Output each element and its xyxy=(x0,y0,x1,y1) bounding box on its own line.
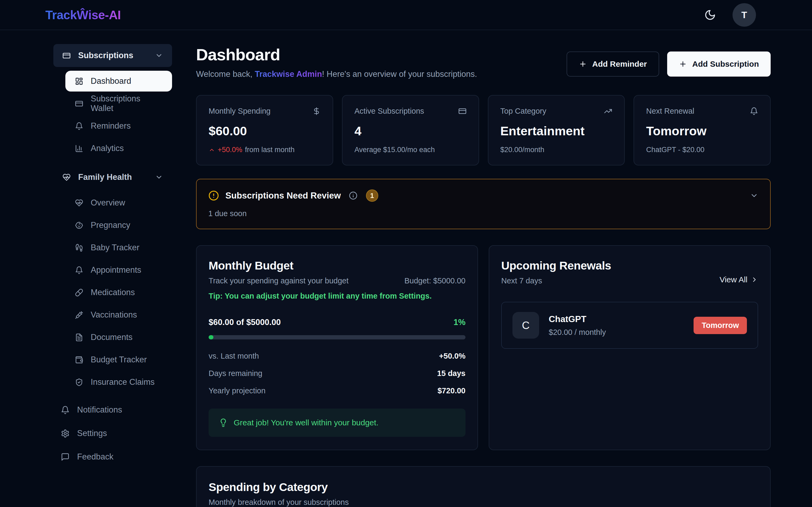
renewals-subtitle: Next 7 days xyxy=(501,276,611,285)
theme-toggle-button[interactable] xyxy=(703,9,717,21)
sidebar-item-appointments[interactable]: Appointments xyxy=(65,260,172,280)
layout-dashboard-icon xyxy=(75,77,83,86)
sidebar-item-label: Reminders xyxy=(91,121,131,131)
sidebar-group-subscriptions[interactable]: Subscriptions xyxy=(53,44,172,67)
add-subscription-label: Add Subscription xyxy=(692,59,759,69)
sidebar-item-label: Budget Tracker xyxy=(91,355,147,364)
stat-cards: Monthly Spending $60.00 +50.0% from last… xyxy=(196,95,771,165)
gear-icon xyxy=(61,429,70,438)
stat-card-active-subscriptions: Active Subscriptions 4 Average $15.00/mo… xyxy=(342,95,479,165)
pill-icon xyxy=(75,288,83,297)
budget-title: Monthly Budget xyxy=(208,259,349,272)
sidebar-item-subscriptions-wallet[interactable]: Subscriptions Wallet xyxy=(65,93,172,114)
stat-label: Active Subscriptions xyxy=(355,107,424,116)
sidebar-item-overview[interactable]: Overview xyxy=(65,192,172,213)
sidebar-item-label: Feedback xyxy=(77,452,113,462)
sidebar-item-notifications[interactable]: Notifications xyxy=(53,399,172,420)
sidebar-item-label: Analytics xyxy=(91,144,124,153)
stat-sub: ChatGPT - $20.00 xyxy=(646,146,704,154)
budget-limit-label: Budget: $5000.00 xyxy=(404,276,465,285)
sidebar-item-label: Pregnancy xyxy=(91,220,130,230)
sidebar-item-feedback[interactable]: Feedback xyxy=(53,446,172,467)
budget-row-yearly-projection: Yearly projection $720.00 xyxy=(208,386,465,395)
sidebar-item-reminders[interactable]: Reminders xyxy=(65,116,172,136)
sidebar-item-label: Notifications xyxy=(77,405,122,415)
budget-row-vs-last-month: vs. Last month +50.0% xyxy=(208,352,465,360)
renewal-name: ChatGPT xyxy=(549,314,606,324)
add-subscription-button[interactable]: Add Subscription xyxy=(667,52,771,76)
stat-sub: $20.00/month xyxy=(500,146,545,154)
plus-icon xyxy=(579,60,587,68)
syringe-icon xyxy=(75,311,83,319)
heart-pulse-icon xyxy=(62,173,71,181)
bell-icon xyxy=(61,406,70,414)
stat-card-top-category: Top Category Entertainment $20.00/month xyxy=(488,95,625,165)
sidebar-item-label: Medications xyxy=(91,288,135,297)
sidebar-item-label: Subscriptions Wallet xyxy=(91,94,163,113)
alert-subtitle: 1 due soon xyxy=(208,209,758,218)
sidebar-item-dashboard[interactable]: Dashboard xyxy=(65,71,172,92)
top-bar: TrackŴise-AI T xyxy=(0,0,812,30)
stat-label: Next Renewal xyxy=(646,107,694,116)
sidebar-item-pregnancy[interactable]: Pregnancy xyxy=(65,215,172,236)
stat-label: Monthly Spending xyxy=(208,107,270,116)
main-content: Dashboard Welcome back, Trackwise Admin!… xyxy=(184,30,812,507)
welcome-text: Welcome back, Trackwise Admin! Here's an… xyxy=(196,69,477,79)
renewals-title: Upcoming Renewals xyxy=(501,259,611,272)
view-all-link[interactable]: View All xyxy=(720,275,758,284)
sidebar-item-insurance-claims[interactable]: Insurance Claims xyxy=(65,372,172,393)
chevron-up-icon xyxy=(208,147,215,153)
stat-sub: Average $15.00/mo each xyxy=(355,146,435,154)
subscriptions-review-alert[interactable]: Subscriptions Need Review 1 1 due soon xyxy=(196,179,771,229)
sidebar-item-label: Vaccinations xyxy=(91,310,137,320)
budget-progress-fill xyxy=(208,335,213,339)
sidebar-group-family-health[interactable]: Family Health xyxy=(53,166,172,189)
sidebar-item-label: Settings xyxy=(77,429,107,438)
sidebar-item-label: Baby Tracker xyxy=(91,243,139,252)
sidebar-item-settings[interactable]: Settings xyxy=(53,423,172,444)
budget-row-value: 15 days xyxy=(437,369,465,378)
budget-usage-text: $60.00 of $5000.00 xyxy=(208,318,281,327)
stat-change-note: from last month xyxy=(245,146,295,154)
footprints-icon xyxy=(75,244,83,252)
sidebar-item-medications[interactable]: Medications xyxy=(65,282,172,303)
spending-subtitle: Monthly breakdown of your subscriptions xyxy=(208,498,758,507)
wallet-icon xyxy=(75,356,83,364)
stat-change: +50.0% xyxy=(218,146,242,154)
stat-value: Entertainment xyxy=(500,123,613,138)
renewal-price: $20.00 / monthly xyxy=(549,328,606,337)
stat-card-next-renewal: Next Renewal Tomorrow ChatGPT - $20.00 xyxy=(633,95,771,165)
app-logo: TrackŴise-AI xyxy=(45,8,121,22)
alert-expand-toggle[interactable] xyxy=(750,191,758,200)
budget-row-label: Days remaining xyxy=(208,369,262,378)
view-all-label: View All xyxy=(720,275,747,284)
lightbulb-icon xyxy=(219,418,228,427)
moon-icon xyxy=(704,9,716,21)
stat-value: $60.00 xyxy=(208,123,321,138)
renewal-item-chatgpt[interactable]: C ChatGPT $20.00 / monthly Tomorrow xyxy=(501,302,758,349)
file-text-icon xyxy=(75,333,83,342)
sidebar-item-documents[interactable]: Documents xyxy=(65,327,172,348)
trending-up-icon xyxy=(604,107,612,115)
bell-icon xyxy=(75,266,83,274)
stat-card-monthly-spending: Monthly Spending $60.00 +50.0% from last… xyxy=(196,95,333,165)
budget-row-label: Yearly projection xyxy=(208,386,265,395)
sidebar-item-budget-tracker[interactable]: Budget Tracker xyxy=(65,349,172,370)
add-reminder-label: Add Reminder xyxy=(592,59,647,69)
budget-row-days-remaining: Days remaining 15 days xyxy=(208,369,465,378)
renewal-avatar: C xyxy=(512,312,539,339)
dollar-sign-icon xyxy=(312,107,321,115)
alert-title: Subscriptions Need Review xyxy=(226,190,341,201)
add-reminder-button[interactable]: Add Reminder xyxy=(567,52,659,76)
sidebar-item-analytics[interactable]: Analytics xyxy=(65,138,172,159)
monthly-budget-card: Monthly Budget Track your spending again… xyxy=(196,245,478,450)
sidebar-group-label: Subscriptions xyxy=(78,51,133,60)
sidebar-item-baby-tracker[interactable]: Baby Tracker xyxy=(65,237,172,258)
baby-icon xyxy=(75,221,83,229)
sidebar-item-vaccinations[interactable]: Vaccinations xyxy=(65,304,172,325)
budget-status-message: Great job! You're well within your budge… xyxy=(208,408,465,437)
info-icon[interactable] xyxy=(349,191,358,200)
avatar[interactable]: T xyxy=(733,3,756,27)
stat-value: Tomorrow xyxy=(646,123,758,138)
stat-value: 4 xyxy=(355,123,466,138)
